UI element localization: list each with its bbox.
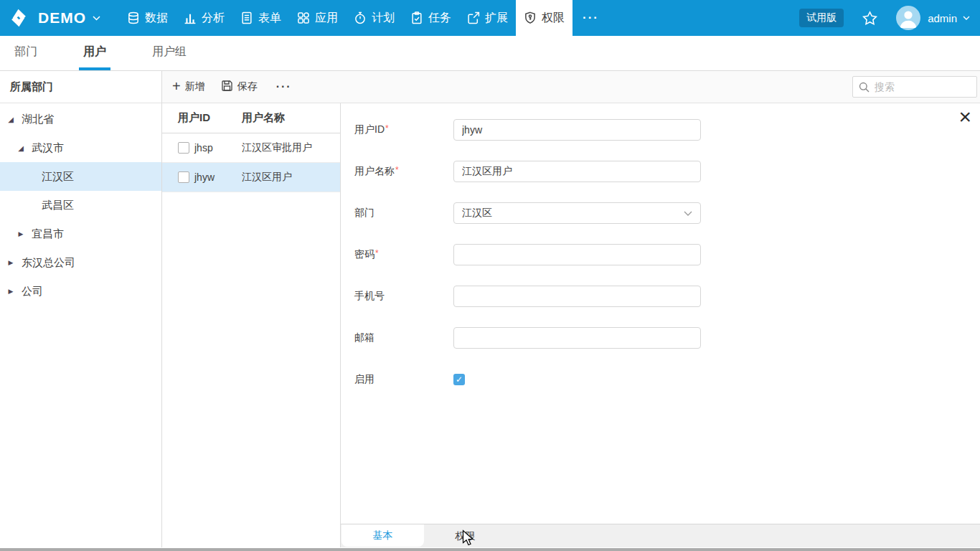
- field-label: 部门: [354, 207, 453, 220]
- nav-item-task[interactable]: 任务: [402, 0, 459, 36]
- form-row-email: 邮箱: [354, 327, 980, 349]
- tree-expand-icon[interactable]: ▶: [6, 288, 16, 295]
- toolbar-more-button[interactable]: ···: [273, 80, 295, 93]
- chevron-down-icon: [963, 16, 970, 20]
- save-floppy-icon: [221, 80, 233, 94]
- clipboard-check-icon: [410, 11, 423, 24]
- field-label: 用户ID*: [354, 123, 453, 136]
- form-document-icon: [240, 11, 253, 24]
- chevron-down-icon: [684, 211, 692, 216]
- nav-item-extension[interactable]: 扩展: [459, 0, 516, 36]
- email-field[interactable]: [453, 327, 701, 349]
- tree-collapse-icon[interactable]: ◢: [6, 116, 16, 123]
- nav-item-analysis[interactable]: 分析: [176, 0, 232, 36]
- tab-basic[interactable]: 基本: [341, 524, 424, 547]
- plus-icon: +: [172, 79, 181, 93]
- row-checkbox[interactable]: [178, 171, 189, 183]
- tree-expand-icon[interactable]: ▶: [6, 259, 16, 266]
- tree-item-wuchang[interactable]: 武昌区: [0, 191, 161, 220]
- password-field[interactable]: [453, 244, 701, 265]
- main-area: 所属部门 ◢ 湖北省 ◢ 武汉市 江汉区 武昌区 ▶ 宜昌市: [0, 71, 980, 547]
- more-icon: ···: [583, 11, 599, 25]
- tree-label: 江汉区: [42, 170, 74, 184]
- more-icon: ···: [276, 80, 292, 93]
- content-body: 用户ID 用户名称 jhsp 江汉区审批用户 jhyw 江汉区用户 ×: [162, 103, 980, 547]
- check-icon: ✓: [456, 375, 463, 385]
- required-mark: *: [385, 123, 389, 133]
- enabled-checkbox[interactable]: ✓: [453, 374, 465, 385]
- detail-bottom-tabstrip: 基本 权限: [341, 524, 980, 547]
- tab-label: 权限: [456, 530, 476, 543]
- user-id-field[interactable]: [453, 119, 701, 141]
- bar-chart-icon: [184, 11, 197, 24]
- column-header-user-id[interactable]: 用户ID: [178, 111, 242, 125]
- row-checkbox[interactable]: [178, 142, 189, 154]
- nav-more-button[interactable]: ···: [573, 0, 609, 36]
- required-mark: *: [395, 165, 399, 175]
- tree-item-donghan[interactable]: ▶ 东汉总公司: [0, 248, 161, 277]
- search-box: [852, 76, 977, 98]
- user-name: admin: [928, 12, 957, 24]
- topbar-right-section: 试用版 admin: [799, 0, 980, 36]
- tree-item-hubei[interactable]: ◢ 湖北省: [0, 105, 161, 133]
- nav-item-form[interactable]: 表单: [232, 0, 289, 36]
- tree-item-jianghan[interactable]: 江汉区: [0, 162, 161, 191]
- nav-item-plan[interactable]: 计划: [346, 0, 402, 36]
- tab-permission[interactable]: 权限: [424, 524, 507, 548]
- column-header-user-name[interactable]: 用户名称: [242, 111, 285, 125]
- shield-key-icon: [524, 11, 537, 24]
- department-select[interactable]: 江汉区: [453, 202, 701, 224]
- nav-label: 数据: [145, 11, 168, 26]
- close-icon[interactable]: ×: [956, 105, 974, 129]
- grid-header-row: 用户ID 用户名称: [162, 103, 340, 133]
- toolbar: + 新增 保存 ···: [162, 71, 980, 103]
- app-grid-icon: [297, 11, 310, 24]
- form-row-user-name: 用户名称*: [354, 161, 980, 182]
- database-icon: [127, 11, 140, 24]
- trial-version-badge: 试用版: [799, 9, 844, 27]
- tab-user[interactable]: 用户: [79, 36, 110, 70]
- tree-item-company[interactable]: ▶ 公司: [0, 277, 161, 306]
- favorite-star-icon[interactable]: [862, 11, 877, 26]
- top-navigation-bar: DEMO 数据 分析: [0, 0, 980, 36]
- tree-label: 宜昌市: [32, 227, 64, 241]
- form-row-enabled: 启用 ✓: [354, 369, 980, 390]
- add-button[interactable]: + 新增: [172, 80, 205, 93]
- nav-label: 分析: [202, 11, 225, 26]
- tree-expand-icon[interactable]: ▶: [16, 230, 26, 237]
- tree-item-yichang[interactable]: ▶ 宜昌市: [0, 220, 161, 248]
- table-row[interactable]: jhsp 江汉区审批用户: [162, 133, 340, 163]
- field-label: 启用: [354, 373, 453, 386]
- form-row-phone: 手机号: [354, 286, 980, 307]
- logo-menu[interactable]: DEMO: [0, 0, 119, 36]
- field-label: 手机号: [354, 290, 453, 303]
- nav-label: 计划: [372, 11, 395, 26]
- nav-label: 任务: [428, 11, 451, 26]
- save-button[interactable]: 保存: [221, 80, 258, 94]
- tree-label: 公司: [22, 285, 43, 298]
- tab-label: 基本: [373, 529, 393, 542]
- tree-label: 武昌区: [42, 199, 74, 212]
- tab-user-group[interactable]: 用户组: [148, 36, 191, 70]
- required-mark: *: [375, 248, 379, 258]
- tree-collapse-icon[interactable]: ◢: [16, 144, 26, 152]
- tree-item-wuhan[interactable]: ◢ 武汉市: [0, 133, 161, 162]
- field-label: 用户名称*: [354, 165, 453, 178]
- table-row[interactable]: jhyw 江汉区用户: [162, 163, 340, 192]
- department-sidebar: 所属部门 ◢ 湖北省 ◢ 武汉市 江汉区 武昌区 ▶ 宜昌市: [0, 71, 162, 547]
- bottom-scrollbar[interactable]: [0, 548, 980, 551]
- search-input[interactable]: [875, 81, 971, 93]
- nav-item-app[interactable]: 应用: [289, 0, 346, 36]
- phone-field[interactable]: [453, 286, 701, 307]
- nav-item-data[interactable]: 数据: [119, 0, 176, 36]
- stopwatch-icon: [354, 11, 367, 24]
- nav-item-permission[interactable]: 权限: [516, 0, 573, 36]
- tab-department[interactable]: 部门: [10, 36, 42, 70]
- search-icon: [859, 82, 870, 93]
- user-name-field[interactable]: [453, 161, 701, 182]
- user-menu[interactable]: admin: [896, 6, 970, 30]
- cell-user-name: 江汉区审批用户: [242, 141, 312, 154]
- nav-label: 表单: [258, 11, 281, 26]
- select-value: 江汉区: [462, 207, 492, 220]
- user-grid: 用户ID 用户名称 jhsp 江汉区审批用户 jhyw 江汉区用户: [162, 103, 341, 547]
